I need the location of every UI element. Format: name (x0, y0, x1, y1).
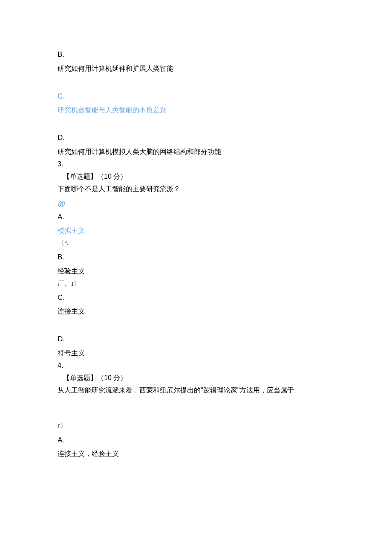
q2-option-c-letter[interactable]: C. (58, 91, 334, 102)
q4-type: 【单选题】（ (63, 374, 104, 381)
q2-option-d-letter[interactable]: D. (58, 132, 334, 143)
q4-option-a-text: 连接主义，经验主义 (58, 449, 334, 459)
q3-type: 【单选题】（ (63, 173, 104, 180)
q3-type-line: 【单选题】（10 分） (58, 171, 334, 182)
q3-stem: 下面哪个不是人工智能的主要研究流派？ (58, 184, 334, 194)
q3-points-unit: 分） (112, 173, 127, 180)
q3-option-a-artifact: 〈·\ (58, 238, 334, 248)
q3-option-c-text: 连接主义 (58, 306, 334, 317)
q4-type-line: 【单选题】（10 分） (58, 373, 334, 383)
q4-option-a-letter[interactable]: A. (58, 435, 334, 446)
q3-correct-mark: Ⓑ (58, 199, 334, 209)
q4-artifact: ɪ〉 (58, 421, 334, 431)
q4-number: 4. (58, 360, 334, 371)
q2-option-b-text: 研究如何用计算机延伸和扩展人类智能 (58, 64, 334, 74)
q2-option-d-text: 研究如何用计算机模拟人类大脑的网络结构和部分功能 (58, 147, 334, 157)
q2-option-b-letter[interactable]: B. (58, 49, 334, 60)
q3-option-b-text: 经验主义 (58, 266, 334, 276)
q3-option-a-letter[interactable]: A. (58, 212, 334, 223)
q4-points-unit: 分） (112, 374, 127, 381)
q3-option-c-letter[interactable]: C. (58, 292, 334, 303)
q3-option-d-letter[interactable]: D. (58, 334, 334, 345)
q3-option-a-text: 模拟主义 (58, 226, 334, 236)
q3-option-d-text: 符号主义 (58, 348, 334, 358)
q2-option-c-text: 研究机器智能与人类智能的本质差别 (58, 105, 334, 115)
q3-option-b-letter[interactable]: B. (58, 252, 334, 263)
q3-points: 10 (104, 173, 112, 180)
q4-stem: 从人工智能研究流派来看，西蒙和纽厄尔提出的"逻辑理论家"方法用，应当属于: (58, 385, 334, 395)
q4-points: 10 (104, 374, 112, 381)
q3-number: 3. (58, 159, 334, 169)
q3-option-b-artifact: 厂、ɪ〉 (58, 279, 334, 289)
